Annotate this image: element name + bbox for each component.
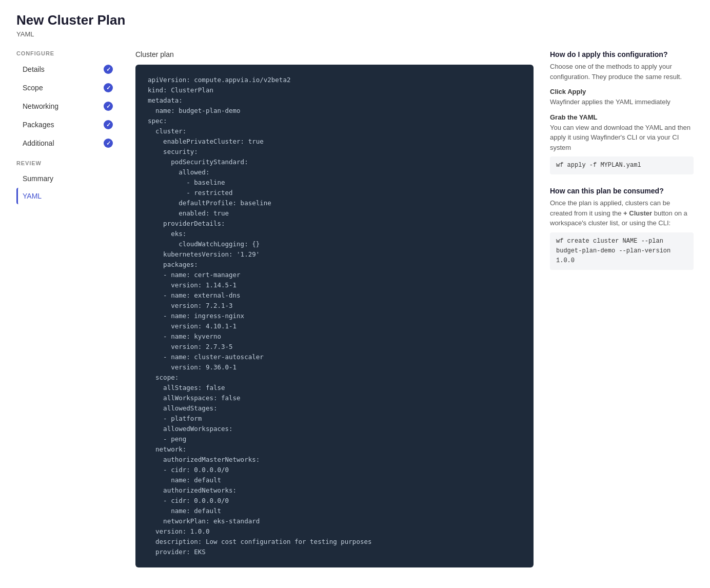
footer-bar: Back ⬇ Download YAML Apply [135,576,534,588]
sidebar-item-details[interactable]: Details [16,61,119,78]
yaml-block: apiVersion: compute.appvia.io/v2beta2 ki… [135,65,534,567]
additional-check-icon [104,139,113,148]
yaml-content: apiVersion: compute.appvia.io/v2beta2 ki… [148,75,521,557]
apply-intro: Choose one of the methods to apply your … [550,62,694,82]
page-title: New Cluster Plan [16,12,694,28]
grab-yaml-text: You can view and download the YAML and t… [550,123,694,153]
details-check-icon [104,65,113,74]
sidebar-item-additional[interactable]: Additional [16,134,119,152]
sidebar-item-label: Networking [23,102,58,110]
sidebar-item-label: Packages [23,121,54,129]
sidebar-item-label: Additional [23,139,54,147]
sidebar-item-label: YAML [23,192,42,200]
sidebar-item-label: Scope [23,84,43,92]
consume-heading: How can this plan be consumed? [550,187,694,195]
sidebar: CONFIGURE Details Scope Networking Packa… [16,50,119,588]
cluster-plan-label: Cluster plan [135,50,534,58]
consume-text: Once the plan is applied, clusters can b… [550,198,694,228]
sidebar-item-packages[interactable]: Packages [16,116,119,133]
apply-heading: How do I apply this configuration? [550,50,694,58]
sidebar-item-label: Details [23,65,45,73]
page-header: New Cluster Plan YAML [16,12,694,38]
sidebar-item-scope[interactable]: Scope [16,79,119,96]
apply-info-section: How do I apply this configuration? Choos… [550,50,694,174]
cli-create-code: wf create cluster NAME --plan budget-pla… [550,232,694,270]
sidebar-item-label: Summary [23,174,53,183]
review-section-label: REVIEW [16,160,119,166]
sidebar-item-yaml[interactable]: YAML [16,188,119,204]
scope-check-icon [104,83,113,92]
click-apply-heading: Click Apply [550,88,694,95]
page-subtitle: YAML [16,30,694,38]
sidebar-item-summary[interactable]: Summary [16,170,119,187]
consume-info-section: How can this plan be consumed? Once the … [550,187,694,270]
main-content: Cluster plan apiVersion: compute.appvia.… [135,50,534,588]
right-panel: How do I apply this configuration? Choos… [550,50,694,588]
networking-check-icon [104,102,113,111]
grab-yaml-heading: Grab the YAML [550,113,694,121]
cli-apply-code: wf apply -f MYPLAN.yaml [550,156,694,174]
configure-section-label: CONFIGURE [16,50,119,56]
sidebar-item-networking[interactable]: Networking [16,97,119,115]
consume-bold: + Cluster [623,209,652,217]
click-apply-text: Wayfinder applies the YAML immediately [550,97,694,107]
packages-check-icon [104,120,113,129]
